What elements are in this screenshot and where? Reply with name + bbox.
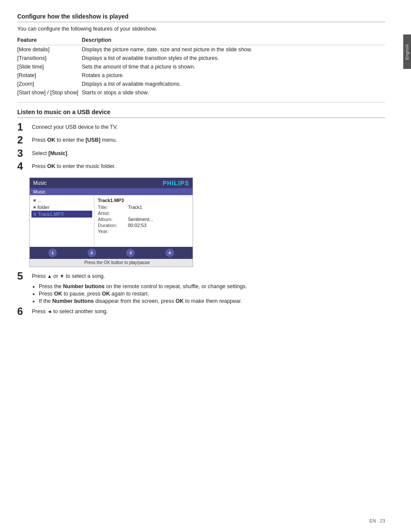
col-feature: Feature: [17, 35, 82, 45]
ui-field-label: Year:: [98, 229, 128, 234]
ui-breadcrumb: Music: [30, 188, 193, 195]
ui-footer-button: 4: [165, 249, 174, 257]
ui-right-row: Album:Sentiment...: [98, 217, 189, 222]
table-row: [Rotate]Rotates a picture.: [17, 71, 385, 80]
breadcrumb-music: Music: [33, 189, 46, 194]
section2: Listen to music on a USB device 1Connect…: [17, 109, 385, 317]
section-separator: [17, 102, 385, 103]
step-text: Press OK to enter the [USB] menu.: [32, 134, 117, 143]
description-cell: Sets the amount of time that a picture i…: [82, 62, 385, 71]
table-row: [Zoom]Displays a list of available magni…: [17, 80, 385, 88]
step5-text: Press ▲ or ▼ to select a song.: [32, 271, 105, 279]
step-item: 1Connect your USB device to the TV.: [17, 121, 385, 133]
feature-cell: [Transitions]: [17, 54, 82, 62]
ui-field-label: Duration:: [98, 223, 128, 228]
ui-left-item: ♫Track1.MP3: [31, 211, 92, 218]
side-tab: English: [403, 34, 411, 69]
section1: Configure how the slideshow is played Yo…: [17, 13, 385, 97]
ui-footer-button: 1: [48, 249, 57, 257]
table-row: [Slide time]Sets the amount of time that…: [17, 62, 385, 71]
step-text: Press OK to enter the music folder.: [32, 161, 116, 169]
ui-left-item: ■...: [31, 197, 92, 204]
table-row: [More details]Displays the picture name,…: [17, 45, 385, 54]
feature-table: Feature Description [More details]Displa…: [17, 35, 385, 97]
side-tab-label: English: [405, 44, 409, 60]
folder-icon: ■: [33, 205, 36, 209]
col-description: Description: [82, 35, 385, 45]
ui-right-row: Year:: [98, 229, 189, 234]
feature-cell: [More details]: [17, 45, 82, 54]
folder-icon: ■: [33, 198, 36, 202]
description-cell: Displays the picture name, date, size an…: [82, 45, 385, 54]
bullet-item: Press the Number buttons on the remote c…: [39, 283, 385, 289]
ui-footer-button: 2: [87, 249, 96, 257]
step5-num: 5: [17, 271, 29, 282]
bullet-list: Press the Number buttons on the remote c…: [39, 283, 385, 304]
ui-field-label: Album:: [98, 217, 128, 222]
step-item: 4Press OK to enter the music folder.: [17, 161, 385, 172]
step6-container: 6 Press ◄ to select another song.: [17, 306, 385, 317]
ui-right-row: Artist:: [98, 211, 189, 216]
step5-container: 5 Press ▲ or ▼ to select a song. Press t…: [17, 271, 385, 304]
feature-cell: [Start show] / [Stop show]: [17, 88, 82, 97]
ui-field-label: Title:: [98, 205, 128, 210]
ui-titlebar: Music PHILIPS: [30, 178, 193, 188]
description-cell: Starts or stops a slide show.: [82, 88, 385, 97]
step-num: 3: [17, 148, 29, 159]
page-container: English Configure how the slideshow is p…: [0, 0, 411, 532]
step-text: Select [Music].: [32, 148, 68, 156]
page-footer: EN 23: [369, 518, 385, 523]
ui-footer: 1234: [30, 247, 193, 259]
description-cell: Displays a list of available magnificati…: [82, 80, 385, 88]
feature-cell: [Zoom]: [17, 80, 82, 88]
ui-left-item-label: ...: [37, 198, 41, 203]
ui-left-item: ■folder: [31, 204, 92, 211]
bullet-item: Press OK to pause, press OK again to res…: [39, 291, 385, 297]
description-cell: Displays a list of available transition …: [82, 54, 385, 62]
step-num: 1: [17, 121, 29, 133]
section2-title: Listen to music on a USB device: [17, 109, 385, 118]
step-text: Connect your USB device to the TV.: [32, 121, 118, 130]
step-num: 4: [17, 161, 29, 172]
page-footer-num: 23: [380, 518, 385, 523]
section1-intro: You can configure the following features…: [17, 26, 385, 32]
section1-title: Configure how the slideshow is played: [17, 13, 385, 22]
ui-footer-caption: Press the OK button to play/pause: [30, 259, 193, 267]
ui-right-row: Duration:00:02:53: [98, 223, 189, 228]
feature-cell: [Slide time]: [17, 62, 82, 71]
description-cell: Rotates a picture.: [82, 71, 385, 80]
steps-list: 1Connect your USB device to the TV.2Pres…: [17, 121, 385, 172]
ui-left-item-label: folder: [37, 205, 50, 210]
ui-footer-button: 3: [126, 249, 135, 257]
music-icon: ♫: [33, 212, 37, 216]
step-num: 2: [17, 134, 29, 146]
ui-track-title: Track1.MP3: [98, 198, 189, 203]
bullet-item: If the Number buttons disappear from the…: [39, 298, 385, 304]
step6-num: 6: [17, 306, 29, 317]
ui-field-value: 00:02:53: [128, 223, 146, 228]
ui-left-item-label: Track1.MP3: [38, 212, 64, 217]
ui-left-panel: ■...■folder♫Track1.MP3: [30, 195, 94, 247]
page-footer-en: EN: [369, 518, 376, 523]
ui-right-panel: Track1.MP3 Title:Track1Artist:Album:Sent…: [94, 195, 193, 247]
table-row: [Start show] / [Stop show]Starts or stop…: [17, 88, 385, 97]
philips-logo: PHILIPS: [163, 180, 189, 187]
ui-body: ■...■folder♫Track1.MP3 Track1.MP3 Title:…: [30, 195, 193, 247]
ui-field-value: Sentiment...: [128, 217, 153, 222]
table-row: [Transitions]Displays a list of availabl…: [17, 54, 385, 62]
ui-field-value: Track1: [128, 205, 142, 210]
feature-cell: [Rotate]: [17, 71, 82, 80]
step-item: 2Press OK to enter the [USB] menu.: [17, 134, 385, 146]
ui-screenshot: Music PHILIPS Music ■...■folder♫Track1.M…: [29, 177, 193, 267]
ui-right-row: Title:Track1: [98, 205, 189, 210]
step-item: 3Select [Music].: [17, 148, 385, 159]
ui-title-left: Music: [33, 180, 47, 186]
step6-text: Press ◄ to select another song.: [32, 306, 108, 314]
ui-field-label: Artist:: [98, 211, 128, 216]
